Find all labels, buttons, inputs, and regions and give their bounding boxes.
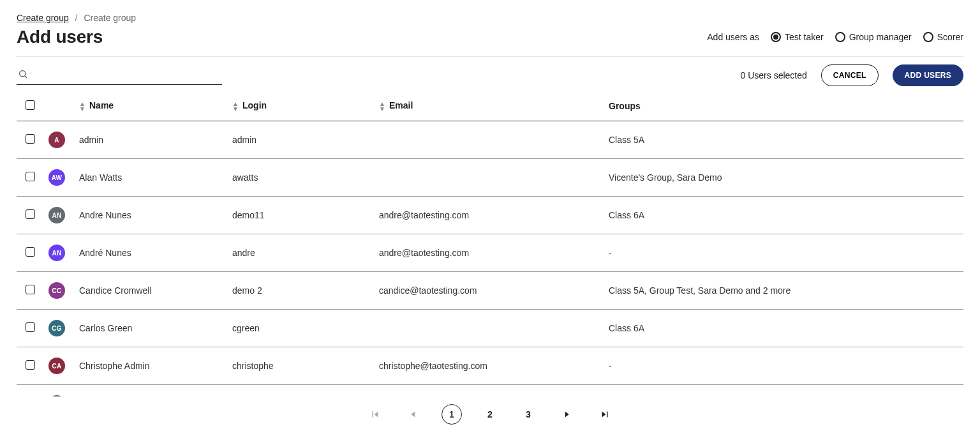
cancel-button[interactable]: CANCEL	[821, 64, 879, 86]
avatar: CG	[48, 395, 65, 396]
row-checkbox[interactable]	[26, 322, 35, 332]
cell-name: Christophe Admin	[74, 347, 227, 385]
table-row: ANAndre Nunesdemo11andre@taotesting.comC…	[17, 197, 963, 234]
breadcrumb: Create group / Create group	[17, 13, 963, 23]
column-header-login[interactable]: Login	[227, 91, 374, 121]
cell-name: Candice Cromwell	[74, 272, 227, 310]
cell-name: Christophe GM	[74, 385, 227, 397]
column-header-email[interactable]: Email	[374, 91, 604, 121]
radio-group-manager[interactable]: Group manager	[835, 32, 912, 42]
table-row: CAChristophe Adminchristophechristophe@t…	[17, 347, 963, 385]
cell-login: admin	[227, 121, 374, 159]
page-number-2[interactable]: 2	[480, 404, 500, 425]
radio-test-taker[interactable]: Test taker	[771, 32, 824, 42]
cell-name: André Nunes	[74, 234, 227, 272]
cell-email: andre@taotesting.com	[374, 197, 604, 234]
sort-icon	[79, 102, 85, 112]
cell-email	[374, 121, 604, 159]
selected-count: 0 Users selected	[741, 70, 807, 80]
cell-login: demo 2	[227, 272, 374, 310]
cell-groups: -	[604, 234, 963, 272]
table-row: CCCandice Cromwelldemo 2candice@taotesti…	[17, 272, 963, 310]
column-header-groups: Groups	[604, 91, 963, 121]
avatar: AW	[48, 169, 65, 186]
svg-point-0	[20, 71, 26, 77]
cell-name: Andre Nunes	[74, 197, 227, 234]
pagination: 123	[17, 396, 963, 430]
sort-icon	[232, 102, 239, 112]
add-users-as-radio-group: Add users as Test takerGroup managerScor…	[707, 32, 963, 42]
avatar: AN	[48, 245, 65, 261]
users-table: Name Login Email Groups AadminadminClass…	[17, 91, 963, 396]
cell-groups: Christophe's group	[604, 385, 963, 397]
radio-icon	[771, 32, 781, 42]
radio-label: Test taker	[785, 32, 824, 42]
cell-email	[374, 310, 604, 347]
cell-login: andre	[227, 234, 374, 272]
add-users-button[interactable]: ADD USERS	[893, 64, 963, 86]
row-checkbox[interactable]	[26, 134, 35, 144]
add-users-as-label: Add users as	[707, 32, 759, 42]
page-number-3[interactable]: 3	[518, 404, 538, 425]
cell-groups: Vicente's Group, Sara Demo	[604, 159, 963, 197]
breadcrumb-separator: /	[75, 13, 78, 23]
cell-email: christophe@taotesting.com	[374, 385, 604, 397]
table-row: CGCarlos GreencgreenClass 6A	[17, 310, 963, 347]
radio-label: Scorer	[937, 32, 963, 42]
cell-name: Alan Watts	[74, 159, 227, 197]
svg-line-1	[25, 76, 27, 78]
breadcrumb-current: Create group	[84, 13, 136, 23]
cell-login: christophe	[227, 347, 374, 385]
row-checkbox[interactable]	[26, 360, 35, 370]
select-all-checkbox[interactable]	[26, 100, 35, 110]
cell-login: awatts	[227, 159, 374, 197]
breadcrumb-link-create-group[interactable]: Create group	[17, 13, 69, 23]
table-row: ANAndré Nunesandreandre@taotesting.com-	[17, 234, 963, 272]
row-checkbox[interactable]	[26, 247, 35, 257]
page-title: Add users	[17, 27, 103, 47]
cell-email: candice@taotesting.com	[374, 272, 604, 310]
search-icon	[18, 69, 28, 81]
cell-groups: Class 6A	[604, 197, 963, 234]
cell-name: Carlos Green	[74, 310, 227, 347]
search-input[interactable]	[28, 69, 221, 82]
first-page-button[interactable]	[365, 404, 385, 425]
table-row: AWAlan WattsawattsVicente's Group, Sara …	[17, 159, 963, 197]
table-row: AadminadminClass 5A	[17, 121, 963, 159]
page-number-1[interactable]: 1	[442, 404, 462, 425]
avatar: AN	[48, 207, 65, 223]
row-checkbox[interactable]	[26, 209, 35, 219]
cell-email: andre@taotesting.com	[374, 234, 604, 272]
radio-icon	[835, 32, 845, 42]
cell-login: christophe_gm	[227, 385, 374, 397]
radio-label: Group manager	[849, 32, 912, 42]
cell-login: demo11	[227, 197, 374, 234]
avatar: A	[48, 132, 65, 148]
cell-groups: Class 6A	[604, 310, 963, 347]
row-checkbox[interactable]	[26, 285, 35, 294]
cell-email: christophe@taotesting.com	[374, 347, 604, 385]
table-row: CGChristophe GMchristophe_gmchristophe@t…	[17, 385, 963, 397]
cell-groups: Class 5A, Group Test, Sara Demo and 2 mo…	[604, 272, 963, 310]
sort-icon	[379, 102, 385, 112]
avatar: CC	[48, 282, 65, 299]
avatar: CA	[48, 358, 65, 374]
avatar: CG	[48, 320, 65, 336]
radio-icon	[923, 32, 933, 42]
cell-email	[374, 159, 604, 197]
cell-groups: Class 5A	[604, 121, 963, 159]
next-page-button[interactable]	[556, 404, 577, 425]
cell-name: admin	[74, 121, 227, 159]
prev-page-button[interactable]	[403, 404, 424, 425]
last-page-button[interactable]	[595, 404, 615, 425]
cell-groups: -	[604, 347, 963, 385]
radio-scorer[interactable]: Scorer	[923, 32, 963, 42]
column-header-name[interactable]: Name	[74, 91, 227, 121]
users-table-body: AadminadminClass 5AAWAlan WattsawattsVic…	[17, 121, 963, 397]
cell-login: cgreen	[227, 310, 374, 347]
search-input-wrap[interactable]	[17, 66, 222, 85]
row-checkbox[interactable]	[26, 172, 35, 181]
